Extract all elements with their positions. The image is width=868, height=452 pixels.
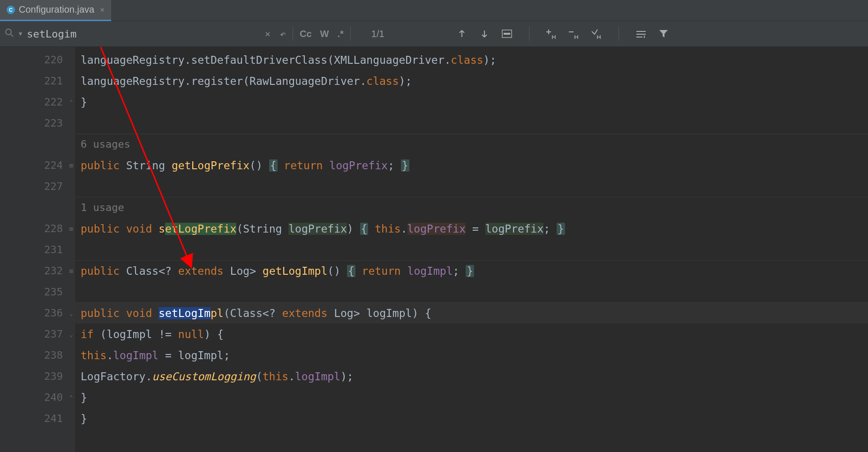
match-case-button[interactable]: Cc (300, 29, 312, 39)
svg-point-0 (6, 29, 11, 35)
select-all-icon[interactable] (500, 27, 514, 41)
search-icon[interactable] (5, 28, 14, 39)
code-line[interactable]: } (75, 91, 868, 113)
filter-icon[interactable] (657, 27, 671, 41)
fold-start-icon[interactable]: ⌄ (69, 309, 73, 317)
line-number: 231 (44, 244, 63, 256)
search-match: setLogIm (159, 307, 211, 319)
dropdown-icon[interactable]: ▼ (19, 30, 22, 37)
prev-match-icon[interactable] (455, 27, 469, 41)
line-number: 239 (44, 370, 63, 382)
code-line[interactable]: languageRegistry.setDefaultDriverClass(X… (75, 49, 868, 70)
code-line[interactable]: } (75, 408, 868, 429)
code-line[interactable] (75, 176, 868, 197)
select-all-occurrences-icon[interactable] (589, 27, 604, 41)
add-selection-icon[interactable] (544, 27, 559, 41)
tab-label: Configuration.java (19, 4, 94, 15)
code-line[interactable]: public String getLogPrefix() { return lo… (75, 155, 868, 176)
next-match-icon[interactable] (477, 27, 491, 41)
line-number: 224 (44, 159, 63, 171)
fold-end-icon[interactable]: ⌃ (69, 98, 73, 106)
line-number: 227 (44, 181, 63, 192)
usage-hint[interactable]: 1 usage (75, 197, 868, 218)
search-input[interactable] (27, 28, 242, 40)
remove-selection-icon[interactable] (567, 27, 581, 41)
svg-line-1 (11, 34, 13, 37)
svg-rect-3 (504, 33, 510, 35)
line-number: 223 (44, 117, 63, 129)
code-line[interactable]: LogFactory.useCustomLogging(this.logImpl… (75, 366, 868, 387)
regex-button[interactable]: .* (337, 29, 343, 39)
line-number: 237 (44, 328, 63, 340)
code-line[interactable]: this.logImpl = logImpl; (75, 345, 868, 366)
tab-bar: C Configuration.java × (0, 0, 868, 21)
divider (350, 27, 351, 41)
whole-word-button[interactable]: W (320, 29, 329, 39)
gutter: 220 221 222⌃ 223 224⊞ 227 228⊞ 231 232⊞ … (0, 47, 75, 452)
code-line[interactable]: public void setLogPrefix(String logPrefi… (75, 218, 868, 239)
line-number: 240 (44, 392, 63, 403)
code-line[interactable] (75, 113, 868, 134)
code-line[interactable] (75, 239, 868, 260)
code-line[interactable]: } (75, 387, 868, 408)
history-icon[interactable]: ↶ (280, 28, 286, 40)
line-number: 228 (44, 223, 63, 234)
editor[interactable]: 220 221 222⌃ 223 224⊞ 227 228⊞ 231 232⊞ … (0, 47, 868, 452)
line-number: 235 (44, 286, 63, 298)
line-number: 238 (44, 349, 63, 361)
code-line[interactable] (75, 281, 868, 302)
fold-icon[interactable]: ⊞ (69, 162, 73, 169)
line-number: 220 (44, 54, 63, 66)
code-line[interactable]: public Class<? extends Log> getLogImpl()… (75, 260, 868, 281)
code-line[interactable]: public void setLogImpl(Class<? extends L… (75, 302, 868, 324)
file-tab[interactable]: C Configuration.java × (0, 0, 111, 21)
divider (619, 27, 619, 41)
class-icon: C (7, 6, 15, 14)
usage-hint[interactable]: 6 usages (75, 134, 868, 155)
line-number: 232 (44, 265, 63, 277)
find-bar: ▼ × ↶ Cc W .* 1/1 (0, 21, 868, 47)
settings-icon[interactable] (634, 27, 648, 41)
divider (293, 27, 293, 41)
line-number: 222 (44, 96, 63, 108)
line-number: 241 (44, 413, 63, 424)
clear-icon[interactable]: × (265, 28, 271, 39)
fold-start-icon[interactable]: ⌄ (69, 331, 73, 338)
code-area[interactable]: languageRegistry.setDefaultDriverClass(X… (75, 47, 868, 452)
divider (529, 27, 529, 41)
fold-icon[interactable]: ⊞ (69, 267, 73, 275)
fold-icon[interactable]: ⊞ (69, 225, 73, 233)
line-number: 236 (44, 307, 63, 319)
match-count: 1/1 (371, 29, 385, 39)
fold-end-icon[interactable]: ⌃ (69, 394, 73, 401)
close-icon[interactable]: × (100, 5, 105, 14)
code-line[interactable]: if (logImpl != null) { (75, 324, 868, 345)
code-line[interactable]: languageRegistry.register(RawLanguageDri… (75, 70, 868, 91)
line-number: 221 (44, 75, 63, 87)
